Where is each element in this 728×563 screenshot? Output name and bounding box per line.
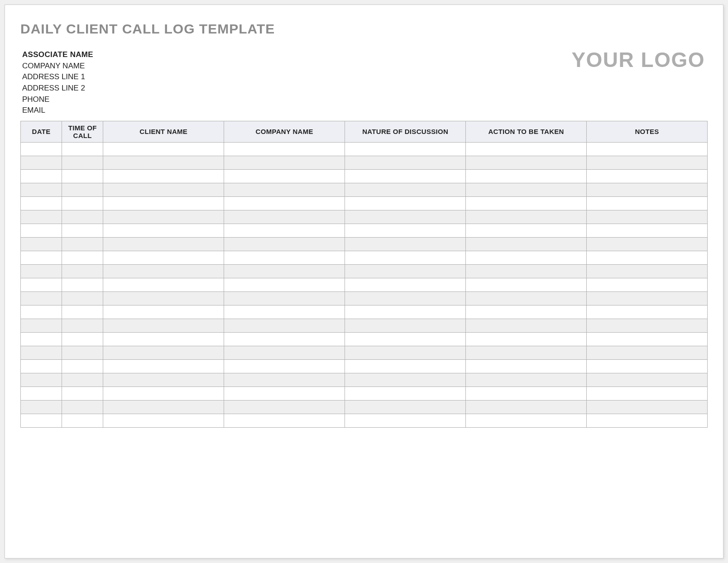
- table-cell: [62, 305, 103, 319]
- table-cell: [466, 414, 587, 427]
- table-cell: [466, 169, 587, 183]
- table-cell: [587, 278, 708, 291]
- table-row: [21, 142, 708, 156]
- table-cell: [103, 346, 224, 359]
- table-cell: [466, 142, 587, 156]
- table-cell: [345, 183, 466, 196]
- table-cell: [62, 359, 103, 373]
- table-cell: [224, 183, 345, 196]
- table-cell: [466, 400, 587, 414]
- table-cell: [466, 278, 587, 291]
- table-cell: [224, 169, 345, 183]
- table-cell: [103, 400, 224, 414]
- table-cell: [345, 278, 466, 291]
- table-row: [21, 264, 708, 278]
- table-cell: [62, 264, 103, 278]
- table-cell: [62, 251, 103, 264]
- table-cell: [103, 305, 224, 319]
- table-cell: [103, 264, 224, 278]
- table-cell: [345, 386, 466, 400]
- table-cell: [587, 414, 708, 427]
- table-cell: [466, 156, 587, 169]
- table-cell: [224, 386, 345, 400]
- header-nature: NATURE OF DISCUSSION: [345, 121, 466, 142]
- table-cell: [466, 251, 587, 264]
- table-cell: [21, 169, 62, 183]
- table-cell: [103, 156, 224, 169]
- table-cell: [345, 332, 466, 346]
- table-cell: [21, 305, 62, 319]
- table-cell: [587, 183, 708, 196]
- table-cell: [224, 224, 345, 237]
- table-cell: [224, 264, 345, 278]
- table-cell: [345, 305, 466, 319]
- table-cell: [587, 156, 708, 169]
- header-action: ACTION TO BE TAKEN: [466, 121, 587, 142]
- table-cell: [466, 237, 587, 251]
- table-row: [21, 224, 708, 237]
- table-cell: [466, 291, 587, 305]
- table-row: [21, 400, 708, 414]
- table-cell: [345, 196, 466, 210]
- table-cell: [587, 169, 708, 183]
- table-cell: [587, 346, 708, 359]
- table-body: [21, 142, 708, 427]
- table-cell: [587, 332, 708, 346]
- table-cell: [345, 237, 466, 251]
- table-cell: [224, 305, 345, 319]
- table-cell: [224, 237, 345, 251]
- table-cell: [21, 251, 62, 264]
- table-row: [21, 183, 708, 196]
- table-row: [21, 386, 708, 400]
- associate-name: ASSOCIATE NAME: [22, 49, 93, 61]
- table-cell: [345, 291, 466, 305]
- table-cell: [587, 291, 708, 305]
- associate-address2: ADDRESS LINE 2: [22, 83, 93, 94]
- table-cell: [103, 237, 224, 251]
- table-cell: [587, 210, 708, 224]
- header-time: TIME OF CALL: [62, 121, 103, 142]
- table-cell: [345, 169, 466, 183]
- table-cell: [345, 224, 466, 237]
- table-cell: [21, 373, 62, 386]
- table-cell: [345, 142, 466, 156]
- table-cell: [62, 169, 103, 183]
- table-cell: [21, 332, 62, 346]
- table-cell: [21, 400, 62, 414]
- table-cell: [62, 237, 103, 251]
- table-cell: [103, 196, 224, 210]
- table-cell: [345, 319, 466, 332]
- page-title: DAILY CLIENT CALL LOG TEMPLATE: [20, 21, 708, 37]
- logo-placeholder: YOUR LOGO: [571, 48, 708, 72]
- table-row: [21, 169, 708, 183]
- table-cell: [103, 414, 224, 427]
- table-cell: [224, 251, 345, 264]
- table-cell: [21, 291, 62, 305]
- table-cell: [103, 291, 224, 305]
- table-cell: [587, 224, 708, 237]
- table-row: [21, 414, 708, 427]
- table-cell: [345, 346, 466, 359]
- table-cell: [21, 142, 62, 156]
- table-cell: [62, 386, 103, 400]
- table-cell: [103, 332, 224, 346]
- table-cell: [587, 359, 708, 373]
- table-cell: [466, 332, 587, 346]
- table-cell: [62, 142, 103, 156]
- table-cell: [466, 224, 587, 237]
- table-cell: [103, 278, 224, 291]
- header-client: CLIENT NAME: [103, 121, 224, 142]
- table-cell: [224, 196, 345, 210]
- table-cell: [21, 278, 62, 291]
- table-row: [21, 196, 708, 210]
- associate-company: COMPANY NAME: [22, 61, 93, 72]
- table-cell: [224, 210, 345, 224]
- table-row: [21, 237, 708, 251]
- table-cell: [587, 319, 708, 332]
- table-cell: [587, 386, 708, 400]
- table-cell: [62, 156, 103, 169]
- table-cell: [103, 224, 224, 237]
- table-cell: [224, 156, 345, 169]
- table-cell: [345, 264, 466, 278]
- table-cell: [466, 373, 587, 386]
